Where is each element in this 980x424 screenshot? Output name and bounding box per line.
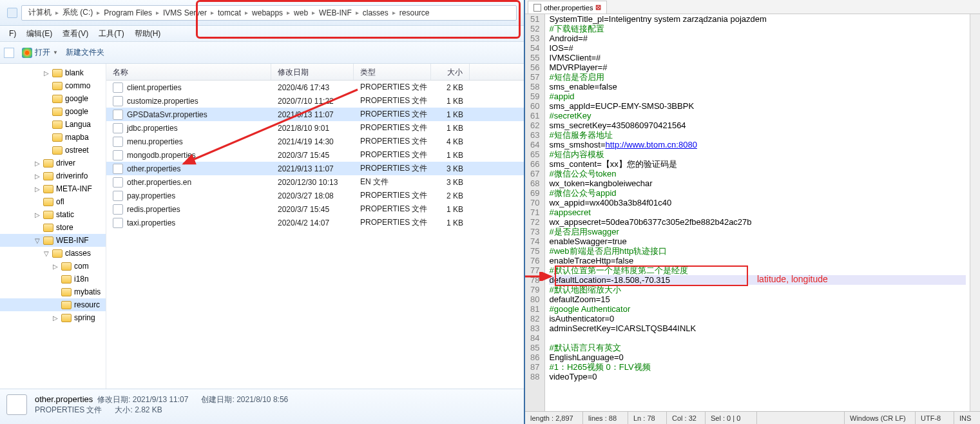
code-line[interactable]: videoType=0 [549,372,966,381]
code-line[interactable]: #是否启用swagger [549,227,966,236]
tree-item[interactable]: ▽classes [0,247,106,260]
list-header[interactable]: 名称 修改日期 类型 大小 [106,64,524,81]
file-row[interactable]: other.properties.en2020/12/30 10:13EN 文件… [106,175,524,189]
code-line[interactable]: EnglishLanguage=0 [549,352,966,362]
tree-item[interactable]: ▽WEB-INF [0,234,106,247]
tree-item[interactable]: mapba [0,131,106,144]
col-size[interactable]: 大小 [431,64,470,80]
tree-item[interactable]: resourc [0,298,106,311]
open-button[interactable]: 打开▼ [22,47,58,58]
breadcrumb-seg[interactable]: Program Files [100,8,156,17]
code-line[interactable]: #微信公众号token [549,169,966,178]
code-line[interactable]: wx_appid=wx400b3a3b84f01c40 [549,198,966,207]
code-line[interactable]: SystemTitle_pl=Inteligentny system zarzą… [549,14,966,24]
vertical-scrollbar[interactable] [970,14,980,411]
menu-edit[interactable]: 编辑(E) [21,28,57,39]
tree-item[interactable]: ▷META-INF [0,182,106,195]
code-line[interactable]: #默认位置第一个是纬度第二个是经度 [549,265,966,275]
tree-item[interactable]: ostreet [0,144,106,157]
tree-item[interactable]: mybatis [0,285,106,298]
code-line[interactable]: #1：H265视频 0：FLV视频 [549,362,966,372]
code-line[interactable]: enableTraceHttp=false [549,256,966,265]
new-folder-button[interactable]: 新建文件夹 [66,47,104,58]
close-icon[interactable]: ⊠ [595,3,601,12]
menu-tools[interactable]: 工具(T) [93,28,129,39]
tree-item[interactable]: store [0,221,106,234]
breadcrumb-seg[interactable]: resource [396,8,434,17]
code-line[interactable]: isAuthenticator=0 [549,314,966,323]
menu-file[interactable]: F) [4,29,21,38]
code-line[interactable]: #短信内容模板 [549,149,966,159]
code-line[interactable]: Android=# [549,34,966,43]
menu-help[interactable]: 帮助(H) [130,28,166,39]
col-date[interactable]: 修改日期 [271,64,354,80]
code-line[interactable]: #appsecret [549,207,966,217]
file-row[interactable]: customize.properties2020/7/10 11:22PROPE… [106,94,524,108]
tree-item[interactable]: Langua [0,118,106,131]
breadcrumb-seg[interactable]: tomcat [214,8,245,17]
breadcrumb-seg[interactable]: classes [359,8,392,17]
code-line[interactable]: defaultLocation=-18.508,-70.315 [549,275,966,285]
col-type[interactable]: 类型 [354,64,431,80]
code-line[interactable]: IVMSClient=# [549,53,966,63]
file-row[interactable]: redis.properties2020/3/7 15:45PROPERTIES… [106,202,524,216]
tree-item[interactable]: ▷blank [0,66,106,79]
tree-item[interactable]: i18n [0,273,106,285]
editor-tab[interactable]: other.properties ⊠ [528,1,607,14]
file-row[interactable]: mongodb.properties2020/3/7 15:45PROPERTI… [106,148,524,162]
breadcrumb-seg[interactable]: web [290,8,312,17]
tree-item[interactable]: ▷driverinfo [0,169,106,182]
code-line[interactable]: adminSecretKey=ICARSLTQSB44INLK [549,323,966,333]
folder-tree[interactable]: ▷blankcommogooglegoogleLanguamapbaostree… [0,64,106,389]
col-name[interactable]: 名称 [106,64,271,80]
tree-item[interactable]: ▷static [0,208,106,221]
file-row[interactable]: taxi.properties2020/4/2 14:07PROPERTIES … [106,216,524,229]
code-line[interactable]: #短信服务器地址 [549,130,966,140]
code-line[interactable]: #web前端是否启用http轨迹接口 [549,246,966,256]
file-row[interactable]: GPSDataSvr.properties2021/9/13 11:07PROP… [106,108,524,121]
breadcrumb[interactable]: 计算机▸系统 (C:)▸Program Files▸IVMS Server▸to… [21,5,517,21]
file-row[interactable]: menu.properties2021/4/19 14:30PROPERTIES… [106,135,524,148]
code-line[interactable]: sms_appId=EUCP-EMY-SMS0-3BBPK [549,101,966,111]
breadcrumb-seg[interactable]: WEB-INF [315,8,356,17]
code-line[interactable]: #默认地图缩放大小 [549,285,966,294]
code-line[interactable]: enableSwagger=true [549,236,966,246]
code-editor[interactable]: 5152535455565758596061626364656667686970… [525,14,980,411]
menu-view[interactable]: 查看(V) [57,28,93,39]
tree-item[interactable]: commo [0,79,106,92]
breadcrumb-seg[interactable]: 系统 (C:) [59,7,97,18]
code-line[interactable]: #secretKey [549,111,966,120]
code-line[interactable]: #短信是否启用 [549,72,966,82]
file-row[interactable]: jdbc.properties2021/8/10 9:01PROPERTIES … [106,121,524,135]
code-line[interactable]: wx_appsecret=50dea70b6377c305e2fbe882b42… [549,217,966,227]
breadcrumb-seg[interactable]: IVMS Server [159,8,211,17]
code-line[interactable]: sms_content=【xx】您的验证码是 [549,159,966,169]
code-line[interactable]: #默认语言只有英文 [549,343,966,352]
tree-item[interactable]: google [0,105,106,118]
nav-back-button[interactable] [7,8,17,18]
code-line[interactable]: #下载链接配置 [549,24,966,34]
tree-item[interactable]: ▷driver [0,157,106,169]
code-line[interactable]: #微信公众号appid [549,188,966,198]
breadcrumb-seg[interactable]: webapps [248,8,287,17]
file-row[interactable]: pay.properties2020/3/27 18:08PROPERTIES … [106,189,524,202]
code-line[interactable]: sms_smshost=http://www.btom.cn:8080 [549,140,966,149]
file-row[interactable]: client.properties2020/4/6 17:43PROPERTIE… [106,81,524,94]
breadcrumb-seg[interactable]: 计算机 [24,7,55,18]
code-line[interactable]: #google Authenticator [549,304,966,314]
tree-item[interactable]: ▷com [0,260,106,273]
tree-item[interactable]: google [0,92,106,105]
tree-item[interactable]: ofl [0,195,106,208]
code-line[interactable]: #appid [549,92,966,101]
organize-dropdown[interactable] [4,48,14,58]
tree-item[interactable]: ▷spring [0,311,106,324]
code-line[interactable]: MDVRPlayer=# [549,63,966,72]
code-line[interactable] [549,333,966,343]
code-line[interactable]: sms_secretKey=4350860970421564 [549,120,966,130]
code-line[interactable]: sms_enable=false [549,82,966,92]
code-content[interactable]: SystemTitle_pl=Inteligentny system zarzą… [545,14,970,411]
code-line[interactable]: wx_token=kangboleiwechar [549,178,966,188]
code-line[interactable]: IOS=# [549,43,966,53]
file-row[interactable]: other.properties2021/9/13 11:07PROPERTIE… [106,162,524,175]
code-line[interactable]: defaultZoom=15 [549,294,966,304]
